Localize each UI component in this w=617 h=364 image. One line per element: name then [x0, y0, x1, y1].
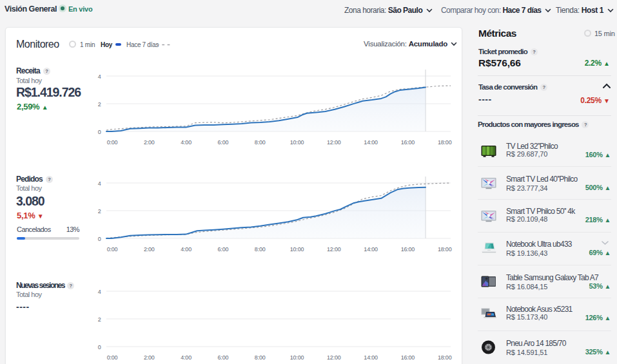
- svg-text:4:00: 4:00: [181, 246, 191, 253]
- svg-text:2: 2: [98, 208, 101, 215]
- svg-text:4:00: 4:00: [181, 354, 191, 361]
- svg-text:10:00: 10:00: [290, 354, 304, 361]
- svg-text:18:00: 18:00: [438, 139, 452, 146]
- svg-text:12:00: 12:00: [327, 246, 341, 253]
- svg-text:8:00: 8:00: [255, 246, 266, 253]
- svg-text:2:00: 2:00: [144, 139, 155, 146]
- svg-text:2:00: 2:00: [144, 246, 155, 253]
- svg-text:4:00: 4:00: [181, 139, 191, 146]
- svg-text:6:00: 6:00: [218, 354, 229, 361]
- svg-text:0:00: 0:00: [107, 246, 118, 253]
- svg-text:0: 0: [98, 344, 101, 350]
- svg-text:14:00: 14:00: [364, 354, 378, 361]
- svg-text:0:00: 0:00: [107, 139, 118, 146]
- svg-text:8:00: 8:00: [255, 139, 266, 146]
- svg-text:16:00: 16:00: [401, 354, 415, 361]
- svg-text:4: 4: [98, 289, 101, 295]
- svg-text:12:00: 12:00: [327, 139, 341, 146]
- svg-text:2: 2: [98, 316, 101, 323]
- svg-text:2: 2: [98, 101, 101, 108]
- svg-text:18:00: 18:00: [438, 354, 452, 361]
- svg-text:12:00: 12:00: [327, 354, 341, 361]
- svg-text:8:00: 8:00: [255, 354, 266, 361]
- svg-text:0:00: 0:00: [107, 354, 118, 361]
- svg-text:16:00: 16:00: [401, 246, 415, 253]
- svg-text:4: 4: [98, 180, 101, 187]
- svg-text:16:00: 16:00: [401, 139, 415, 146]
- svg-text:18:00: 18:00: [438, 246, 452, 253]
- svg-text:2:00: 2:00: [144, 354, 155, 361]
- svg-text:10:00: 10:00: [290, 139, 304, 146]
- svg-text:4: 4: [98, 73, 101, 80]
- svg-text:10:00: 10:00: [290, 246, 304, 253]
- svg-text:6:00: 6:00: [218, 139, 229, 146]
- svg-text:0: 0: [98, 129, 101, 135]
- svg-text:14:00: 14:00: [364, 246, 378, 253]
- svg-text:14:00: 14:00: [364, 139, 378, 146]
- svg-text:6:00: 6:00: [218, 246, 229, 253]
- svg-text:0: 0: [98, 236, 101, 242]
